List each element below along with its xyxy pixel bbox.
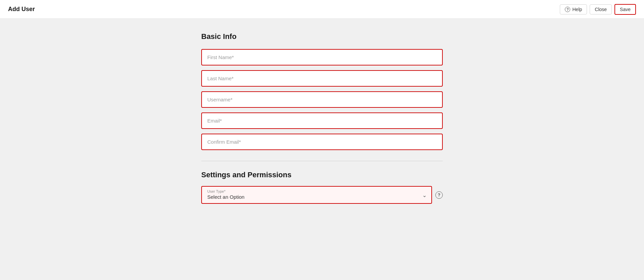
main-content[interactable]: Basic Info Settings and Permissions [0, 19, 644, 280]
help-icon: ? [565, 7, 570, 12]
help-button[interactable]: ? Help [560, 4, 587, 14]
user-type-label: User Type* [202, 187, 431, 193]
save-button[interactable]: Save [614, 4, 636, 15]
first-name-field [201, 49, 443, 65]
header-actions: ? Help Close Save [560, 4, 636, 15]
user-type-wrapper: User Type* Select an Option ⌄ ? [201, 186, 443, 204]
header: Add User ? Help Close Save [0, 0, 644, 19]
email-field [201, 112, 443, 129]
chevron-down-icon: ⌄ [422, 192, 427, 198]
page-container: Add User ? Help Close Save Basic Info [0, 0, 644, 280]
confirm-email-field [201, 134, 443, 150]
section-divider [201, 161, 443, 161]
page-title: Add User [8, 6, 35, 13]
user-type-info-icon[interactable]: ? [435, 191, 443, 199]
username-input[interactable] [201, 91, 443, 108]
settings-title: Settings and Permissions [201, 171, 443, 179]
username-field [201, 91, 443, 108]
first-name-input[interactable] [201, 49, 443, 65]
user-type-select[interactable]: User Type* Select an Option ⌄ [201, 186, 432, 204]
user-type-value: Select an Option [202, 193, 431, 203]
form-container: Basic Info Settings and Permissions [195, 19, 449, 224]
last-name-field [201, 70, 443, 87]
help-label: Help [572, 7, 582, 12]
basic-info-title: Basic Info [201, 32, 443, 41]
last-name-input[interactable] [201, 70, 443, 87]
confirm-email-input[interactable] [201, 134, 443, 150]
close-button[interactable]: Close [590, 4, 612, 14]
email-input[interactable] [201, 112, 443, 129]
